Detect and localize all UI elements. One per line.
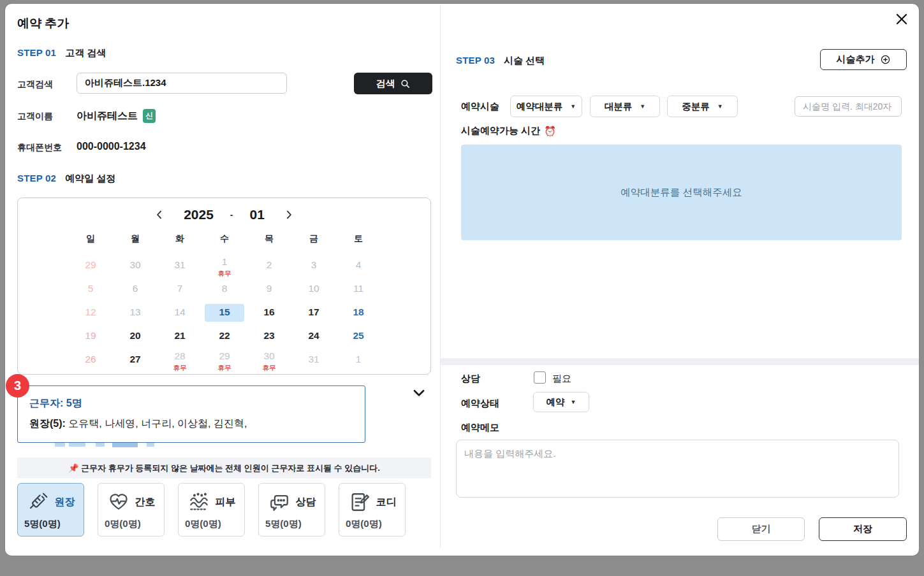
- alarm-clock-icon: ⏰: [544, 126, 556, 137]
- consult-checkbox[interactable]: [534, 371, 546, 384]
- calendar-day[interactable]: 16: [247, 301, 291, 324]
- close-button[interactable]: 닫기: [717, 517, 805, 541]
- calendar-weekday: 목: [247, 230, 291, 248]
- staff-card[interactable]: 간호0명(0명): [98, 483, 165, 536]
- staff-card[interactable]: 코디0명(0명): [339, 483, 406, 536]
- add-procedure-label: 시술추가: [837, 54, 875, 66]
- memo-textarea[interactable]: [456, 440, 899, 498]
- category1-dropdown[interactable]: 예약대분류▼: [510, 96, 582, 117]
- staff-card-count: 0명(0명): [346, 518, 382, 530]
- holiday-label: 휴무: [218, 270, 231, 277]
- holiday-label: 휴무: [173, 364, 187, 371]
- calendar-day[interactable]: 6: [113, 277, 158, 301]
- calendar-day[interactable]: 24: [291, 324, 336, 348]
- calendar-day[interactable]: 30휴무: [247, 348, 291, 371]
- modal-title: 예약 추가: [17, 15, 69, 32]
- calendar-weekday: 수: [202, 230, 247, 248]
- staff-card-label: 간호: [135, 496, 156, 509]
- close-icon[interactable]: [894, 11, 909, 29]
- calendar-day[interactable]: 30: [113, 254, 158, 277]
- calendar-day[interactable]: 20: [113, 324, 158, 348]
- calendar-day[interactable]: 25: [336, 324, 381, 348]
- search-icon: [400, 78, 411, 89]
- calendar-prev-icon[interactable]: [152, 207, 167, 222]
- calendar-day[interactable]: 12: [68, 301, 113, 324]
- category3-dropdown[interactable]: 중분류▼: [667, 96, 738, 117]
- calendar-day[interactable]: 1: [336, 348, 381, 371]
- search-button-label: 검색: [376, 78, 395, 90]
- save-button[interactable]: 저장: [819, 517, 907, 541]
- calendar-next-icon[interactable]: [281, 207, 297, 222]
- worker-role-label: 원장(5):: [29, 418, 66, 429]
- calendar-day[interactable]: 29: [68, 254, 113, 277]
- calendar-day[interactable]: 15: [202, 301, 247, 324]
- staff-card-label: 원장: [55, 496, 75, 509]
- calendar-day[interactable]: 19: [68, 324, 113, 348]
- modal-backdrop: 예약 추가 STEP 01 고객 검색 고객검색 검색 고객이름 아비쥬테스트신…: [0, 0, 924, 576]
- staff-card[interactable]: 피부0명(0명): [178, 483, 245, 536]
- step2-label: STEP 02: [17, 173, 56, 184]
- calendar-day[interactable]: 21: [158, 324, 202, 348]
- calendar-day[interactable]: 13: [113, 301, 158, 324]
- panel-divider: [440, 5, 441, 548]
- staff-card[interactable]: 원장5명(0명): [17, 483, 84, 536]
- status-label: 예약상태: [461, 398, 499, 410]
- worker-summary: 근무자: 5명: [29, 397, 82, 410]
- category1-dropdown-label: 예약대분류: [517, 101, 563, 113]
- available-time-label: 시술예약가능 시간: [461, 125, 540, 137]
- step3-title: 시술 선택: [504, 55, 545, 67]
- calendar-day[interactable]: 11: [336, 277, 381, 301]
- category2-dropdown-label: 대분류: [605, 101, 633, 113]
- calendar-day[interactable]: 26: [68, 348, 113, 371]
- staff-card[interactable]: 상담5명(0명): [258, 483, 325, 536]
- calendar-weekday: 화: [158, 230, 202, 248]
- calendar-weekday: 토: [336, 230, 381, 248]
- clipboard-pen-icon: [348, 491, 371, 513]
- consult-option-label: 필요: [552, 373, 571, 385]
- calendar-day[interactable]: 9: [247, 277, 291, 301]
- procedure-name-input[interactable]: [795, 96, 902, 117]
- status-dropdown[interactable]: 예약▼: [533, 392, 589, 412]
- calendar-day[interactable]: 22: [202, 324, 247, 348]
- worker-panel[interactable]: 근무자: 5명 원장(5): 오유택, 나세영, 너구리, 이상철, 김진혁,: [17, 385, 365, 443]
- consult-label: 상담: [461, 373, 480, 385]
- calendar-day[interactable]: 7: [158, 277, 202, 301]
- staff-card-label: 상담: [296, 496, 316, 509]
- calendar-day[interactable]: 5: [68, 277, 113, 301]
- calendar-day[interactable]: 3: [291, 254, 336, 277]
- customer-search-label: 고객검색: [17, 79, 53, 90]
- calendar-day[interactable]: 31: [158, 254, 202, 277]
- staff-card-label: 피부: [216, 496, 236, 509]
- skin-icon: [187, 491, 210, 513]
- calendar-day[interactable]: 18: [336, 301, 381, 324]
- customer-search-input[interactable]: [77, 73, 287, 94]
- category2-dropdown[interactable]: 대분류▼: [590, 96, 660, 117]
- add-procedure-button[interactable]: 시술추가: [820, 49, 907, 70]
- holiday-label: 휴무: [263, 364, 276, 371]
- calendar-day[interactable]: 1휴무: [202, 254, 247, 277]
- calendar-day[interactable]: 31: [291, 348, 336, 371]
- staff-card-label: 코디: [376, 496, 397, 509]
- calendar-weekday: 월: [113, 230, 158, 248]
- calendar-day[interactable]: 2: [247, 254, 291, 277]
- section-divider-bar: [441, 358, 919, 365]
- calendar-day[interactable]: 23: [247, 324, 291, 348]
- calendar-day[interactable]: 10: [291, 277, 336, 301]
- worker-names: 오유택, 나세영, 너구리, 이상철, 김진혁,: [68, 418, 247, 429]
- calendar-day[interactable]: 27: [113, 348, 158, 371]
- calendar-day[interactable]: 4: [336, 254, 381, 277]
- chevron-down-icon[interactable]: [411, 385, 427, 403]
- calendar-day[interactable]: 14: [158, 301, 202, 324]
- search-button[interactable]: 검색: [354, 73, 432, 94]
- calendar-day[interactable]: 28휴무: [158, 348, 202, 371]
- step1-label: STEP 01: [17, 47, 56, 58]
- chat-icon: [268, 491, 291, 513]
- calendar-day[interactable]: 29휴무: [202, 348, 247, 371]
- calendar-day[interactable]: 8: [202, 277, 247, 301]
- step1-title: 고객 검색: [65, 47, 106, 59]
- step2-title: 예약일 설정: [65, 173, 115, 185]
- caret-down-icon: ▼: [570, 103, 576, 110]
- phone-value: 000-0000-1234: [77, 141, 146, 152]
- calendar-day[interactable]: 17: [291, 301, 336, 324]
- calendar-month: 01: [250, 207, 265, 222]
